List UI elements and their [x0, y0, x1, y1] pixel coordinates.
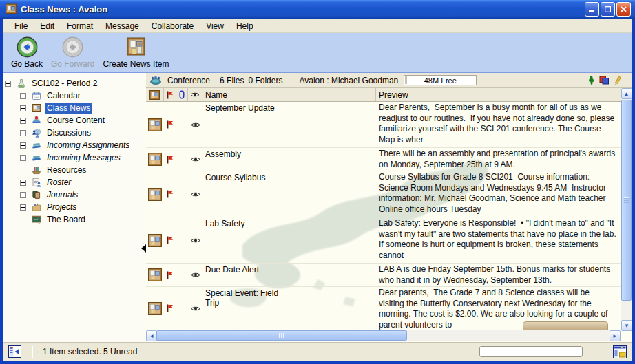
presence-person-icon[interactable]	[588, 76, 594, 85]
news-item-icon	[146, 302, 164, 315]
account-name: Avalon : Michael Goodman	[299, 76, 398, 85]
horizontal-scrollbar[interactable]: ◄ ►	[146, 330, 621, 341]
menu-message[interactable]: Message	[99, 20, 145, 32]
item-preview: Dear Parents, September is a busy month …	[376, 102, 621, 147]
menu-format[interactable]: Format	[61, 20, 99, 32]
conference-actions	[588, 76, 632, 85]
expand-expander[interactable]	[20, 118, 26, 124]
column-attachment[interactable]	[176, 88, 188, 101]
news-item-icon	[146, 188, 164, 201]
status-text: 1 Item selected. 5 Unread	[43, 347, 137, 356]
news-row-due-date-alert[interactable]: Due Date Alert LAB A is due Friday Septe…	[146, 264, 621, 287]
expand-expander[interactable]	[20, 105, 26, 111]
expand-expander[interactable]	[20, 204, 26, 211]
eye-icon	[190, 92, 200, 98]
item-name: Assembly	[202, 148, 376, 171]
pencil-icon[interactable]	[614, 76, 621, 85]
menu-file[interactable]: File	[8, 20, 34, 32]
go-back-button[interactable]: Go Back	[8, 36, 45, 69]
tree-item-class-news[interactable]: Class News	[3, 102, 145, 114]
board-icon	[31, 215, 42, 224]
toolbar: Go Back Go Forward	[3, 33, 632, 73]
close-button[interactable]	[616, 2, 631, 17]
tree-item-calendar[interactable]: Calendar	[3, 89, 145, 102]
flag-icon	[164, 190, 176, 198]
tree-label: Roster	[45, 177, 73, 188]
expand-expander[interactable]	[20, 142, 26, 149]
tree-item-discussions[interactable]: Discussions	[3, 127, 145, 139]
column-read-status[interactable]	[188, 88, 202, 101]
expand-expander[interactable]	[20, 130, 26, 136]
flask-icon	[16, 78, 27, 88]
eye-icon	[188, 122, 202, 128]
flag-icon	[164, 271, 176, 279]
expand-expander[interactable]	[20, 155, 26, 161]
news-item-icon	[146, 234, 164, 247]
column-name[interactable]: Name	[202, 88, 376, 101]
free-space-gauge: 48M Free	[404, 75, 477, 85]
scroll-right-button[interactable]: ►	[610, 330, 621, 341]
projects-icon	[31, 202, 42, 212]
tree-label: Journals	[45, 189, 80, 200]
expand-expander[interactable]	[20, 93, 26, 99]
tree-label: Resources	[45, 164, 88, 175]
news-row-assembly[interactable]: Assembly There will be an assembly and p…	[146, 148, 621, 171]
collapse-expander[interactable]	[5, 81, 11, 87]
tree-item-incoming-assignments[interactable]: Incoming Assignments	[3, 139, 145, 151]
news-row-course-syllabus[interactable]: Course Syllabus Course Syllabus for Grad…	[146, 171, 621, 217]
inline-image-edge	[523, 321, 608, 330]
layers-icon[interactable]	[599, 76, 610, 85]
column-flag[interactable]	[164, 88, 176, 101]
news-item-list: September Update Dear Parents, September…	[146, 102, 621, 330]
news-item-icon	[146, 118, 164, 131]
tree-item-the-board[interactable]: The Board	[3, 213, 145, 226]
resources-icon	[31, 165, 42, 175]
menu-view[interactable]: View	[200, 20, 230, 32]
menu-help[interactable]: Help	[230, 20, 260, 32]
roster-icon	[31, 178, 42, 187]
scroll-left-button[interactable]: ◄	[146, 330, 157, 341]
form-window-icon[interactable]	[613, 345, 627, 358]
maximize-button[interactable]	[601, 2, 615, 17]
split-pane-icon[interactable]	[8, 345, 21, 358]
column-item-type[interactable]	[146, 88, 164, 101]
expand-expander[interactable]	[20, 180, 26, 186]
tree-label: Incoming Assignments	[45, 140, 132, 151]
news-item-icon	[146, 153, 164, 166]
menu-edit[interactable]: Edit	[34, 20, 61, 32]
vertical-scroll-thumb[interactable]	[621, 100, 632, 301]
column-preview[interactable]: Preview	[376, 88, 621, 101]
flag-icon	[164, 156, 176, 164]
create-news-item-button[interactable]: Create News Item	[100, 36, 171, 69]
eye-icon	[188, 306, 202, 312]
news-row-september-update[interactable]: September Update Dear Parents, September…	[146, 102, 621, 148]
item-name: Due Date Alert	[202, 264, 376, 286]
menu-collaborate[interactable]: Collaborate	[145, 20, 200, 32]
menu-bar: File Edit Format Message Collaborate Vie…	[3, 19, 632, 33]
tree-item-resources[interactable]: Resources	[3, 164, 145, 176]
expand-expander[interactable]	[20, 192, 26, 198]
vertical-scrollbar[interactable]: ▲ ▼	[621, 88, 632, 331]
flag-icon	[164, 120, 176, 129]
news-row-special-event[interactable]: Special Event: Field Trip Dear parents, …	[146, 287, 621, 330]
scroll-up-button[interactable]: ▲	[621, 88, 632, 99]
tree-item-projects[interactable]: Projects	[3, 201, 145, 213]
eye-icon	[188, 272, 202, 278]
news-row-lab-safety[interactable]: Lab Safety Lab Safety: Everyone is Respo…	[146, 217, 621, 264]
go-forward-button[interactable]: Go Forward	[48, 36, 97, 69]
scroll-down-button[interactable]: ▼	[621, 320, 632, 331]
eye-icon	[188, 237, 202, 244]
conference-icon	[149, 75, 162, 85]
status-search-box[interactable]	[479, 346, 583, 357]
tree-label: Class News	[45, 103, 92, 114]
paperclip-icon	[179, 90, 185, 99]
tree-item-roster[interactable]: Roster	[3, 176, 145, 189]
pane-collapse-handle[interactable]	[141, 244, 146, 253]
tree-item-incoming-messages[interactable]: Incoming Messages	[3, 151, 145, 164]
tree-item-course-content[interactable]: Course Content	[3, 114, 145, 127]
app-icon	[6, 3, 17, 14]
horizontal-scroll-thumb[interactable]	[156, 330, 407, 341]
tree-item-sci102[interactable]: SCI102 - Period 2	[3, 77, 145, 89]
minimize-button[interactable]	[585, 2, 599, 17]
tree-item-journals[interactable]: Journals	[3, 189, 145, 201]
